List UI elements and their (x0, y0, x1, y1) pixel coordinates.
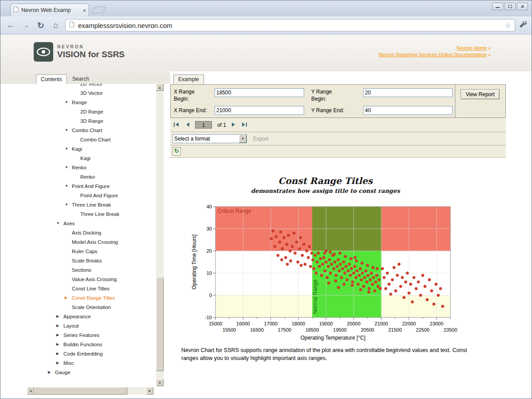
tree-item[interactable]: ▶Series Features (27, 330, 156, 340)
data-point (409, 283, 412, 286)
home-icon[interactable]: ⌂ (50, 20, 62, 30)
previous-page-icon[interactable] (185, 121, 190, 129)
refresh-icon[interactable]: ↻ (35, 20, 47, 31)
y-range-end-input[interactable] (363, 106, 453, 115)
tree-item[interactable]: ▶Const Range Titles (27, 293, 156, 302)
expand-icon[interactable]: ▶ (48, 370, 55, 374)
tree-item[interactable]: Ruler Caps (27, 246, 156, 256)
vertical-scroll-thumb[interactable] (156, 277, 164, 371)
collapse-icon[interactable]: ▼ (65, 128, 72, 132)
minimize-button[interactable] (492, 3, 503, 10)
selected-item-icon[interactable]: ▶ (65, 296, 72, 300)
collapse-icon[interactable]: ▼ (65, 184, 72, 188)
scroll-down-button[interactable]: ▼ (156, 379, 164, 386)
tree-item[interactable]: ▼Point And Figure (27, 181, 156, 191)
scroll-right-button[interactable]: ► (146, 387, 153, 395)
tree-item[interactable]: 3D Range (27, 116, 156, 125)
close-button[interactable]: × (517, 3, 528, 10)
collapse-icon[interactable]: ▼ (56, 221, 63, 225)
tree-item-label: Combo Chart (72, 128, 102, 133)
scroll-up-button[interactable]: ▲ (156, 84, 164, 91)
tab-close-icon[interactable]: × (82, 8, 86, 13)
tree-item[interactable]: Three Line Break (27, 209, 156, 219)
browser-titlebar: Nevron Web Examp × × (0, 0, 532, 16)
tree-item[interactable]: ▼Combo Chart (27, 125, 156, 135)
tree-item[interactable]: Value Axis Crossing (27, 274, 156, 284)
tree-item[interactable]: 2D Vector (27, 84, 156, 88)
chevron-down-icon[interactable]: ▼ (239, 135, 246, 143)
tab-search[interactable]: Search (67, 74, 94, 84)
next-page-icon[interactable] (231, 121, 236, 129)
url-text[interactable]: examplesssrsvision.nevron.com (78, 22, 501, 29)
tree-item[interactable]: ▶Buildin Functions (27, 340, 156, 349)
x-range-end-input[interactable] (215, 106, 304, 115)
tree-item[interactable]: Model Axis Crossing (27, 237, 156, 246)
report-refresh-button[interactable]: ↻ (172, 147, 181, 156)
tree-item[interactable]: ▶Layout (27, 321, 156, 330)
tree-item[interactable]: Kagi (27, 153, 156, 163)
expand-icon[interactable]: ▶ (56, 361, 63, 365)
documentation-link[interactable]: Nevron Reporting Services Online Documen… (379, 52, 491, 57)
data-point (367, 274, 369, 277)
bookmark-star-icon[interactable]: ☆ (505, 21, 511, 30)
new-tab-button[interactable] (91, 7, 106, 13)
collapse-icon[interactable]: ▼ (65, 147, 72, 151)
tree-item[interactable]: ▼Three Line Break (27, 200, 156, 209)
tree-item[interactable]: 2D Range (27, 107, 156, 116)
data-point (278, 241, 281, 243)
last-page-icon[interactable] (242, 121, 248, 129)
wrench-icon[interactable] (519, 20, 527, 31)
tree-item[interactable]: Scale Breaks (27, 256, 156, 265)
tree-item[interactable]: Scale Orientation (27, 302, 156, 312)
tab-example[interactable]: Example (173, 74, 204, 84)
scroll-left-button[interactable]: ◄ (27, 387, 34, 395)
view-report-button[interactable]: View Report (461, 89, 500, 99)
browser-tab[interactable]: Nevron Web Examp × (10, 4, 89, 16)
export-link[interactable]: Export (253, 136, 269, 142)
first-page-icon[interactable] (173, 121, 180, 129)
tree-item[interactable]: Sections (27, 265, 156, 274)
data-point (336, 265, 338, 268)
tree-item[interactable]: Const Line Titles (27, 284, 156, 293)
expand-icon[interactable]: ▶ (56, 352, 63, 356)
tree-item[interactable]: ▶Gauge (27, 368, 156, 377)
collapse-icon[interactable]: ▼ (65, 100, 72, 104)
horizontal-scroll-thumb[interactable] (34, 387, 127, 395)
expand-icon[interactable]: ▶ (56, 324, 63, 328)
data-point (352, 272, 355, 274)
tab-contents[interactable]: Contents (36, 74, 67, 84)
tree-item[interactable]: ▶Misc (27, 358, 156, 368)
tree-item[interactable]: Axis Docking (27, 228, 156, 237)
collapse-icon[interactable]: ▼ (65, 165, 72, 169)
format-select[interactable]: Select a format ▼ (172, 134, 247, 143)
collapse-icon[interactable]: ▼ (65, 203, 72, 207)
tree-item[interactable]: Combo Chart (27, 135, 156, 144)
tree-item[interactable]: ▶Appearance (27, 312, 156, 321)
maximize-button[interactable] (505, 3, 516, 10)
y-range-begin-input[interactable] (363, 88, 453, 97)
nevron-home-link[interactable]: Nevron Home« (379, 45, 491, 51)
tree-item[interactable]: ▶Code Embedding (27, 349, 156, 358)
tree-item[interactable]: ▼Axes (27, 219, 156, 228)
tree-item[interactable]: Point And Figure (27, 191, 156, 200)
data-point (346, 278, 348, 281)
x-tick-label: 22500 (416, 327, 430, 332)
back-icon[interactable]: ← (5, 20, 16, 30)
y-tick-label: 40 (207, 204, 212, 209)
page-number-input[interactable] (195, 121, 212, 129)
tree-item-label: Scale Orientation (72, 305, 111, 310)
horizontal-scrollbar[interactable]: ◄ ► (27, 387, 153, 395)
forward-icon[interactable]: → (20, 20, 31, 30)
expand-icon[interactable]: ▶ (56, 333, 63, 337)
tree-item[interactable]: ▼Kagi (27, 144, 156, 153)
expand-icon[interactable]: ▶ (56, 342, 63, 346)
vertical-scrollbar[interactable]: ▲ ▼ (156, 84, 164, 386)
tree-item[interactable]: 3D Vector (27, 88, 156, 98)
tree-item[interactable]: ▼Range (27, 98, 156, 107)
expand-icon[interactable]: ▶ (56, 314, 63, 318)
tree-item[interactable]: ▼Renko (27, 163, 156, 172)
tree-item-label: Appearance (63, 314, 91, 319)
x-range-begin-input[interactable] (215, 88, 304, 97)
address-bar[interactable]: examplesssrsvision.nevron.com ☆ (65, 19, 515, 31)
tree-item[interactable]: Renko (27, 172, 156, 181)
